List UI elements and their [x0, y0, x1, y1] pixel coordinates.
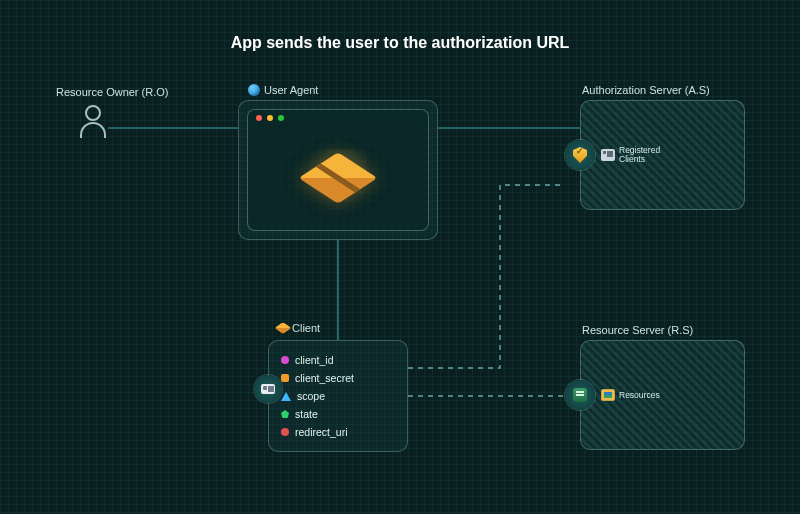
user-agent-label: User Agent	[248, 84, 318, 96]
window-titlebar	[248, 110, 428, 126]
bullet-icon	[281, 392, 291, 401]
package-icon	[309, 149, 367, 207]
user-agent-panel	[238, 100, 438, 240]
window-max-icon	[278, 115, 284, 121]
auth-server-badge: Registered Clients	[565, 140, 665, 170]
list-item: client_id	[281, 351, 395, 369]
id-card-icon	[254, 375, 282, 403]
bullet-icon	[281, 428, 289, 436]
list-item: redirect_uri	[281, 423, 395, 441]
package-small-icon	[275, 322, 292, 334]
resource-icon	[601, 389, 615, 401]
auth-server-panel: Registered Clients	[580, 100, 745, 210]
user-icon	[78, 105, 108, 141]
list-item: scope	[281, 387, 395, 405]
resource-owner-label: Resource Owner (R.O)	[56, 86, 168, 98]
bullet-icon	[281, 356, 289, 364]
clients-list-icon	[601, 149, 615, 161]
window-close-icon	[256, 115, 262, 121]
client-panel: client_id client_secret scope state redi…	[268, 340, 408, 452]
resource-server-badge: Resources	[565, 380, 665, 410]
diagram-title: App sends the user to the authorization …	[0, 34, 800, 52]
client-params-list: client_id client_secret scope state redi…	[281, 351, 395, 441]
auth-server-label: Authorization Server (A.S)	[582, 84, 710, 96]
bullet-icon	[281, 410, 289, 418]
window-min-icon	[267, 115, 273, 121]
bullet-icon	[281, 374, 289, 382]
globe-icon	[248, 84, 260, 96]
list-item: client_secret	[281, 369, 395, 387]
database-icon	[573, 388, 587, 402]
shield-icon	[573, 147, 587, 163]
resource-server-label: Resource Server (R.S)	[582, 324, 693, 336]
list-item: state	[281, 405, 395, 423]
resource-server-panel: Resources	[580, 340, 745, 450]
browser-window	[247, 109, 429, 231]
client-label: Client	[278, 322, 320, 334]
